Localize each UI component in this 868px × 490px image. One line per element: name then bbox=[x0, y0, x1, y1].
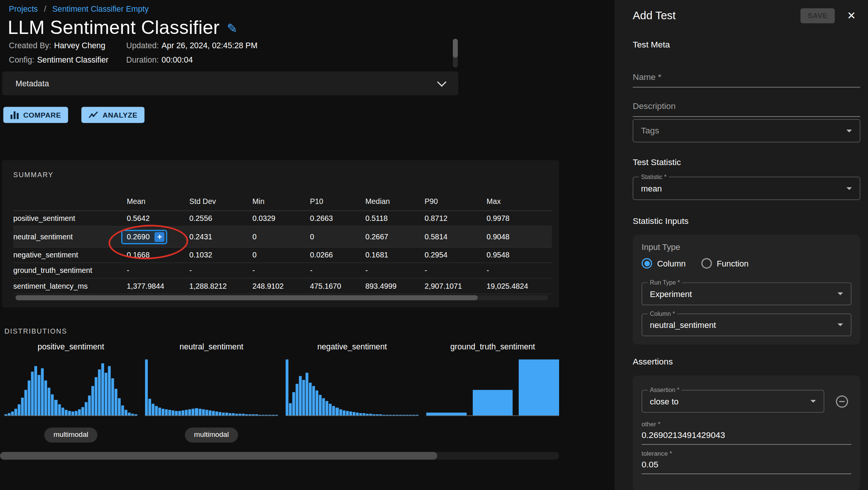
chevron-down-icon bbox=[847, 187, 852, 190]
column-select-value: neutral_sentiment bbox=[650, 320, 837, 329]
cell[interactable]: 0.1681 bbox=[365, 247, 425, 263]
add-test-plus-icon[interactable]: + bbox=[154, 232, 164, 242]
histogram-bar bbox=[208, 410, 211, 415]
cell[interactable]: 0.2556 bbox=[189, 211, 253, 226]
column-header: P10 bbox=[310, 192, 365, 211]
cell[interactable]: 0.1668 bbox=[127, 247, 189, 263]
table-row[interactable]: sentiment_latency_ms1,377.98441,288.8212… bbox=[13, 278, 552, 294]
breadcrumb-projects-link[interactable]: Projects bbox=[9, 5, 38, 14]
histogram-bar bbox=[28, 381, 31, 415]
close-icon[interactable]: ✕ bbox=[847, 9, 856, 22]
table-scrollbar-thumb[interactable] bbox=[15, 295, 478, 300]
cell[interactable]: 0 bbox=[252, 226, 310, 247]
cell[interactable]: 0.9548 bbox=[487, 247, 552, 263]
cell[interactable]: 475.1670 bbox=[310, 278, 365, 294]
page-scrollbar[interactable] bbox=[0, 452, 559, 460]
histogram-bar bbox=[373, 414, 375, 415]
tolerance-field-value[interactable]: 0.05 bbox=[642, 460, 658, 470]
histogram-bar bbox=[61, 407, 64, 415]
cell[interactable]: 0.5642 bbox=[127, 211, 189, 226]
cell[interactable]: 0.0329 bbox=[252, 211, 310, 226]
table-row[interactable]: positive_sentiment0.56420.25560.03290.26… bbox=[13, 211, 552, 226]
cell[interactable]: 0.5118 bbox=[365, 211, 425, 226]
radio-column[interactable]: Column bbox=[642, 258, 686, 269]
histogram-bar bbox=[51, 394, 54, 415]
radio-function[interactable]: Function bbox=[701, 258, 749, 269]
cell[interactable]: 0.2667 bbox=[365, 226, 425, 247]
histogram-bar bbox=[98, 369, 101, 415]
histogram-bar bbox=[409, 415, 412, 415]
histogram-bar bbox=[88, 395, 90, 415]
cell[interactable]: - bbox=[365, 263, 425, 278]
cell[interactable]: 1,377.9844 bbox=[127, 278, 189, 294]
statistic-select[interactable]: Statistic * mean bbox=[633, 177, 860, 200]
cell[interactable]: 0.5814 bbox=[425, 226, 487, 247]
cell[interactable]: 0 bbox=[310, 226, 365, 247]
row-label: negative_sentiment bbox=[13, 247, 127, 263]
name-field[interactable]: Name * bbox=[633, 60, 860, 87]
chart-title: positive_sentiment bbox=[5, 342, 138, 351]
meta-label: Updated: bbox=[126, 41, 159, 50]
column-header: P90 bbox=[425, 192, 487, 211]
meta-scrollbar-thumb[interactable] bbox=[453, 39, 458, 58]
save-button[interactable]: SAVE bbox=[801, 8, 835, 23]
histogram-bar bbox=[359, 413, 362, 415]
multimodal-badge[interactable]: multimodal bbox=[44, 427, 98, 443]
analyze-button[interactable]: ANALYZE bbox=[81, 107, 145, 123]
cell[interactable]: 2,907.1071 bbox=[425, 278, 487, 294]
cell[interactable]: 0.2690+ bbox=[127, 226, 189, 247]
cell[interactable]: - bbox=[310, 263, 365, 278]
tags-select[interactable]: Tags bbox=[633, 119, 860, 142]
run-type-select[interactable]: Run Type * Experiment bbox=[642, 282, 851, 305]
cell[interactable]: - bbox=[189, 263, 253, 278]
cell[interactable]: - bbox=[487, 263, 552, 278]
edit-icon[interactable]: ✎ bbox=[227, 21, 237, 36]
compare-button[interactable]: COMPARE bbox=[3, 107, 68, 123]
statistic-select-label: Statistic * bbox=[639, 173, 669, 181]
cell[interactable]: 0.2663 bbox=[310, 211, 365, 226]
histogram-bar bbox=[115, 389, 117, 415]
meta-value: Sentiment Classifier bbox=[37, 55, 108, 64]
cell[interactable]: 248.9102 bbox=[252, 278, 310, 294]
assertion-select[interactable]: Assertion * close to bbox=[642, 390, 824, 412]
meta-scrollbar[interactable] bbox=[453, 39, 458, 67]
selected-cell-chip[interactable]: 0.2690+ bbox=[121, 230, 167, 244]
multimodal-badge[interactable]: multimodal bbox=[185, 427, 238, 443]
cell[interactable]: 893.4999 bbox=[365, 278, 425, 294]
histogram-bar bbox=[379, 414, 382, 415]
radio-button-icon[interactable] bbox=[701, 258, 712, 269]
histogram-bar bbox=[242, 414, 245, 415]
cell[interactable]: - bbox=[425, 263, 487, 278]
histogram-bar bbox=[225, 413, 228, 415]
table-row[interactable]: negative_sentiment0.16680.103200.02660.1… bbox=[13, 247, 552, 263]
cell[interactable]: 0.9978 bbox=[487, 211, 552, 226]
histogram-bar bbox=[346, 411, 348, 415]
histogram-bar bbox=[269, 415, 271, 415]
table-scrollbar[interactable] bbox=[15, 295, 548, 300]
radio-column-label: Column bbox=[657, 259, 686, 268]
cell[interactable]: 0.8712 bbox=[425, 211, 487, 226]
cell[interactable]: 0.9048 bbox=[487, 226, 552, 247]
metadata-accordion[interactable]: Metadata bbox=[2, 72, 458, 95]
radio-button-icon[interactable] bbox=[642, 258, 652, 269]
breadcrumb-current-link[interactable]: Sentiment Classifier Empty bbox=[52, 5, 149, 14]
histogram-bar bbox=[413, 415, 415, 415]
page-scrollbar-thumb[interactable] bbox=[0, 452, 437, 460]
histogram-bar bbox=[14, 409, 17, 415]
other-field-value[interactable]: 0.2690213491429043 bbox=[642, 430, 725, 440]
cell[interactable]: 0.1032 bbox=[189, 247, 253, 263]
table-row[interactable]: neutral_sentiment0.2690+0.2431000.26670.… bbox=[13, 226, 552, 247]
cell[interactable]: 0.0266 bbox=[310, 247, 365, 263]
cell[interactable]: 1,288.8212 bbox=[189, 278, 253, 294]
description-field[interactable]: Description bbox=[633, 89, 860, 117]
cell[interactable]: 0.2431 bbox=[189, 226, 253, 247]
column-select[interactable]: Column * neutral_sentiment bbox=[642, 314, 851, 336]
remove-assertion-icon[interactable] bbox=[836, 395, 848, 407]
cell[interactable]: 19,025.4824 bbox=[487, 278, 552, 294]
cell[interactable]: - bbox=[252, 263, 310, 278]
table-row[interactable]: ground_truth_sentiment------- bbox=[13, 263, 552, 278]
cell[interactable]: - bbox=[127, 263, 189, 278]
histogram-bar bbox=[342, 410, 345, 415]
cell[interactable]: 0.2954 bbox=[425, 247, 487, 263]
cell[interactable]: 0 bbox=[252, 247, 310, 263]
